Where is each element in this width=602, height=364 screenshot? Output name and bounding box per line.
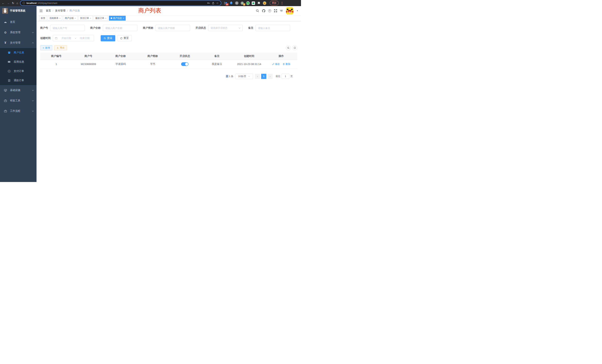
tab-merchant-info[interactable]: 商户信息×: [109, 16, 126, 21]
extension-y-icon[interactable]: y: [246, 1, 250, 5]
merchant-no-label: 商户号: [40, 26, 48, 30]
export-button[interactable]: 导出: [54, 45, 67, 50]
sidebar-item-devtools[interactable]: 研发工具: [0, 96, 36, 106]
goto-page-input[interactable]: [281, 74, 289, 79]
remark-label: 备注: [248, 26, 253, 30]
chevron-down-icon: [32, 32, 34, 33]
search-button[interactable]: 搜索: [101, 35, 115, 41]
browser-update-button[interactable]: 更新: [270, 1, 279, 5]
chevron-down-icon: [32, 100, 34, 101]
sidebar-item-merchant-info[interactable]: 商户信息: [0, 48, 36, 57]
reset-button[interactable]: 重置: [117, 35, 132, 41]
browser-menu-icon[interactable]: [281, 2, 283, 4]
toggle-search-button[interactable]: [286, 45, 291, 50]
pagination: 共 1 条 10条/页 ‹ 1 › 前往 页: [40, 74, 293, 79]
tab-user-group[interactable]: 用户分组×: [63, 16, 77, 21]
tab-home[interactable]: 首页: [39, 16, 47, 21]
close-icon[interactable]: ×: [123, 17, 124, 19]
font-size-icon[interactable]: TT: [280, 9, 282, 12]
tab-refund-order[interactable]: 退款订单×: [94, 16, 108, 21]
add-button[interactable]: + 新增: [40, 45, 52, 50]
status-select[interactable]: 请选择开启状态: [208, 25, 243, 31]
github-icon[interactable]: [262, 9, 265, 13]
next-page-button[interactable]: ›: [268, 74, 273, 79]
yen-icon: ¥: [4, 41, 7, 45]
goto-label: 前往: [276, 75, 280, 78]
extension-row: 10 ⌘ 1 y: [224, 1, 266, 5]
back-icon[interactable]: ←: [2, 2, 5, 4]
sidebar-item-label: 工作流程: [10, 109, 20, 113]
sidebar-item-label: 支付管理: [10, 41, 20, 44]
breadcrumb-home[interactable]: 首页: [46, 9, 51, 12]
app-logo-row[interactable]: 芋道管理系统: [0, 6, 36, 15]
sidebar-item-refund-order[interactable]: 退款订单: [0, 76, 36, 85]
bookmark-star-icon[interactable]: ☆: [216, 1, 218, 5]
table-header-row: 商户编号 商户号 商户全称 商户简称 开启状态 备注 创建时间 操作: [40, 53, 297, 60]
browser-profile-avatar[interactable]: [263, 1, 266, 5]
page-number-1[interactable]: 1: [261, 74, 266, 79]
merchant-table: 商户编号 商户号 商户全称 商户简称 开启状态 备注 创建时间 操作 1 M23…: [40, 53, 297, 69]
page-size-select[interactable]: 10条/页: [235, 74, 253, 79]
page-content: 商户号 商户全称 商户简称 开启状态 请选择开启状态: [36, 21, 301, 182]
sidebar-item-home[interactable]: 首页: [0, 17, 36, 27]
extension-blocks-icon[interactable]: 10: [224, 1, 227, 5]
sidebar: 芋道管理系统 首页 ⚙ 系统管理 ¥ 支付管理: [0, 6, 36, 182]
sidebar-item-pay-order[interactable]: ¥ 支付订单: [0, 66, 36, 76]
cell-merchant-short: 芋艿: [137, 60, 169, 68]
tab-process-form[interactable]: 流程表单×: [48, 16, 62, 21]
sidebar-item-pay[interactable]: ¥ 支付管理: [0, 38, 36, 48]
extension-command-icon[interactable]: ⌘: [235, 1, 238, 5]
prev-page-button[interactable]: ‹: [255, 74, 260, 79]
status-toggle[interactable]: [181, 62, 189, 66]
sidebar-item-system[interactable]: ⚙ 系统管理: [0, 27, 36, 38]
merchant-name-input[interactable]: [103, 25, 137, 31]
col-create-time: 创建时间: [233, 53, 265, 60]
url-bar[interactable]: i localhost:1024/pay/merchant ☆: [20, 1, 221, 5]
dashboard-icon: [4, 21, 7, 24]
merchant-short-input[interactable]: [155, 25, 190, 31]
help-icon[interactable]: ?: [268, 9, 271, 12]
share-icon[interactable]: [212, 2, 215, 5]
extension-blob-icon[interactable]: 1: [241, 1, 244, 5]
home-icon[interactable]: ⌂: [17, 2, 18, 4]
delete-link[interactable]: 删除: [283, 63, 290, 66]
extension-gem-icon[interactable]: [229, 1, 233, 5]
fullscreen-icon[interactable]: [274, 9, 277, 12]
reload-icon[interactable]: ↻: [12, 2, 14, 4]
close-icon[interactable]: ×: [59, 17, 60, 19]
briefcase-icon: [4, 109, 7, 113]
remark-input[interactable]: [256, 25, 290, 31]
col-remark: 备注: [201, 53, 233, 60]
close-icon[interactable]: ×: [75, 17, 76, 19]
sidebar-toggle-icon[interactable]: [39, 9, 43, 12]
sidebar-item-label: 商户信息: [14, 51, 24, 54]
url-host: localhost: [26, 2, 37, 4]
forward-icon[interactable]: →: [7, 2, 10, 4]
cell-remark: 我是备注: [201, 60, 233, 68]
header-search-icon[interactable]: [256, 9, 259, 12]
sidebar-item-label: 应用信息: [14, 60, 24, 64]
close-icon[interactable]: ×: [105, 17, 106, 19]
end-date-placeholder: 结束日期: [78, 36, 92, 40]
sidebar-item-infra[interactable]: 基础设施: [0, 85, 36, 96]
extension-chat-icon[interactable]: [252, 1, 255, 5]
merchant-no-input[interactable]: [50, 25, 85, 31]
close-icon[interactable]: ×: [90, 17, 91, 19]
password-key-icon[interactable]: [207, 1, 210, 5]
extensions-puzzle-icon[interactable]: [257, 1, 261, 5]
sidebar-item-app-info[interactable]: 应用信息: [0, 57, 36, 66]
page-suffix: 页: [290, 75, 293, 78]
create-time-label: 创建时间: [40, 36, 51, 40]
tab-pay-order[interactable]: 支付订单×: [78, 16, 93, 21]
avatar-caret-icon[interactable]: ▼: [297, 10, 298, 12]
calendar-icon: [55, 37, 57, 40]
sidebar-item-workflow[interactable]: 工作流程: [0, 106, 36, 116]
plus-icon: +: [43, 46, 44, 49]
site-info-icon[interactable]: i: [23, 2, 25, 4]
refresh-table-button[interactable]: [292, 45, 297, 50]
create-time-range-picker[interactable]: 开始日期 - 结束日期: [53, 35, 94, 41]
breadcrumb-pay[interactable]: 支付管理: [55, 9, 65, 12]
user-avatar[interactable]: [286, 7, 293, 14]
gear-icon: ⚙: [4, 31, 7, 34]
edit-link[interactable]: 修改: [272, 63, 280, 66]
